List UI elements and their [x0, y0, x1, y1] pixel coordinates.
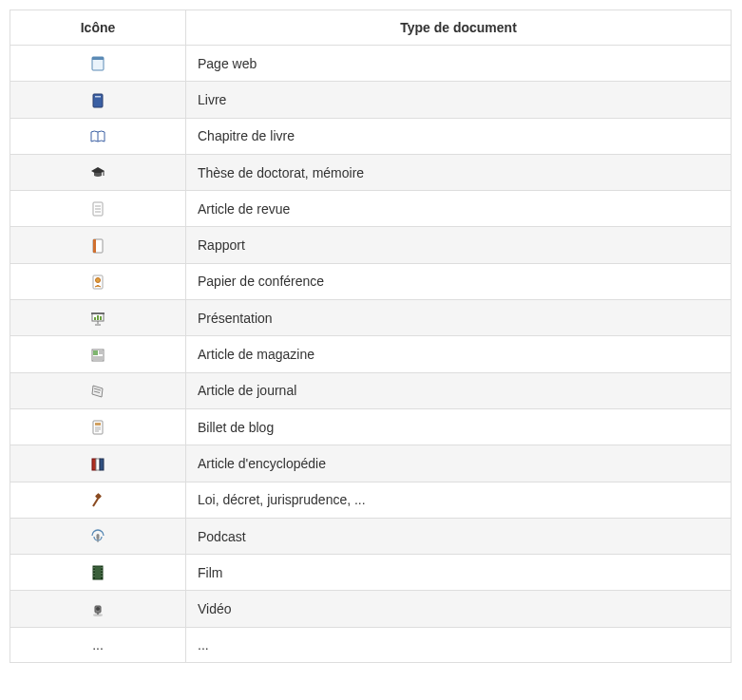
svg-rect-48 [101, 567, 102, 568]
book-icon [90, 93, 105, 108]
cell-icon: ... [10, 627, 186, 662]
report-icon [90, 238, 105, 254]
cell-icon [10, 518, 186, 554]
table-row: Billet de blog [10, 408, 732, 445]
svg-rect-22 [93, 350, 98, 355]
cell-label: Papier de conférence [186, 263, 732, 299]
table-row: Article d'encyclopédie [10, 445, 732, 482]
cell-label: Billet de blog [186, 408, 732, 445]
book-open-icon [90, 129, 105, 144]
cell-label: Loi, décret, jurisprudence, ... [186, 482, 732, 518]
table-row: Papier de conférence [10, 263, 732, 299]
cell-label: Article de journal [186, 372, 732, 408]
svg-rect-47 [93, 576, 94, 577]
cell-label: Thèse de doctorat, mémoire [186, 154, 732, 190]
gavel-icon [90, 493, 105, 508]
svg-rect-51 [101, 576, 102, 577]
svg-rect-49 [101, 570, 102, 571]
svg-rect-39 [97, 534, 100, 539]
cell-icon [10, 154, 186, 190]
header-type: Type de document [186, 10, 732, 46]
document-type-table: Icône Type de document Page webLivreChap… [10, 9, 732, 663]
svg-rect-45 [93, 570, 94, 571]
cell-label: Rapport [186, 227, 732, 263]
cell-icon [10, 118, 186, 154]
document-icon [90, 201, 105, 217]
cell-label: Article d'encyclopédie [186, 445, 732, 482]
cell-label: Page web [186, 46, 732, 82]
svg-rect-1 [92, 57, 104, 60]
cell-label: Livre [186, 82, 732, 118]
svg-rect-11 [93, 239, 96, 253]
video-icon [90, 602, 105, 617]
svg-rect-50 [101, 573, 102, 574]
svg-rect-55 [97, 613, 99, 615]
table-row: Thèse de doctorat, mémoire [10, 154, 732, 190]
cell-label: Podcast [186, 518, 732, 554]
table-row: Article de magazine [10, 336, 732, 372]
cell-icon [10, 227, 186, 263]
cell-icon [10, 336, 186, 372]
cell-icon [10, 82, 186, 118]
cell-label: Présentation [186, 300, 732, 336]
svg-rect-34 [92, 459, 96, 470]
table-row: Page web [10, 46, 732, 82]
encyclopedia-icon [90, 457, 105, 472]
table-row: Article de journal [10, 372, 732, 408]
svg-rect-30 [95, 423, 101, 426]
cell-label: ... [186, 627, 732, 662]
film-icon [90, 565, 105, 580]
cell-label: Film [186, 555, 732, 591]
cell-icon [10, 46, 186, 82]
svg-rect-46 [93, 573, 94, 574]
table-row: Livre [10, 82, 732, 118]
cell-icon [10, 300, 186, 336]
cell-icon [10, 263, 186, 299]
presentation-icon [90, 311, 105, 326]
svg-rect-3 [95, 96, 101, 98]
table-row: Rapport [10, 227, 732, 263]
svg-rect-18 [94, 317, 96, 320]
cell-label: Article de magazine [186, 336, 732, 372]
graduation-cap-icon [90, 165, 105, 180]
table-row: Podcast [10, 518, 732, 554]
cell-icon [10, 482, 186, 518]
svg-rect-44 [93, 567, 94, 568]
cell-icon [10, 591, 186, 627]
conference-icon [90, 274, 105, 290]
table-row: Chapitre de livre [10, 118, 732, 154]
cell-icon [10, 372, 186, 408]
cell-label: Vidéo [186, 591, 732, 627]
svg-rect-35 [96, 459, 100, 470]
svg-rect-37 [95, 493, 102, 500]
webpage-icon [90, 56, 105, 71]
blog-icon [90, 420, 105, 435]
cell-label: Article de revue [186, 191, 732, 227]
svg-rect-19 [97, 315, 99, 320]
table-row: Présentation [10, 300, 732, 336]
svg-point-54 [96, 607, 100, 611]
podcast-icon [90, 529, 105, 544]
table-row: Vidéo [10, 591, 732, 627]
table-row: ...... [10, 627, 732, 662]
magazine-icon [90, 348, 105, 363]
svg-line-38 [93, 499, 98, 506]
table-row: Loi, décret, jurisprudence, ... [10, 482, 732, 518]
table-row: Film [10, 555, 732, 591]
cell-icon [10, 408, 186, 445]
table-row: Article de revue [10, 191, 732, 227]
cell-label: Chapitre de livre [186, 118, 732, 154]
svg-rect-36 [100, 459, 104, 470]
cell-icon [10, 191, 186, 227]
newspaper-icon [90, 384, 105, 399]
svg-rect-20 [100, 316, 102, 320]
svg-point-13 [96, 278, 101, 283]
cell-icon [10, 445, 186, 482]
header-icon: Icône [10, 10, 186, 46]
cell-icon [10, 555, 186, 591]
